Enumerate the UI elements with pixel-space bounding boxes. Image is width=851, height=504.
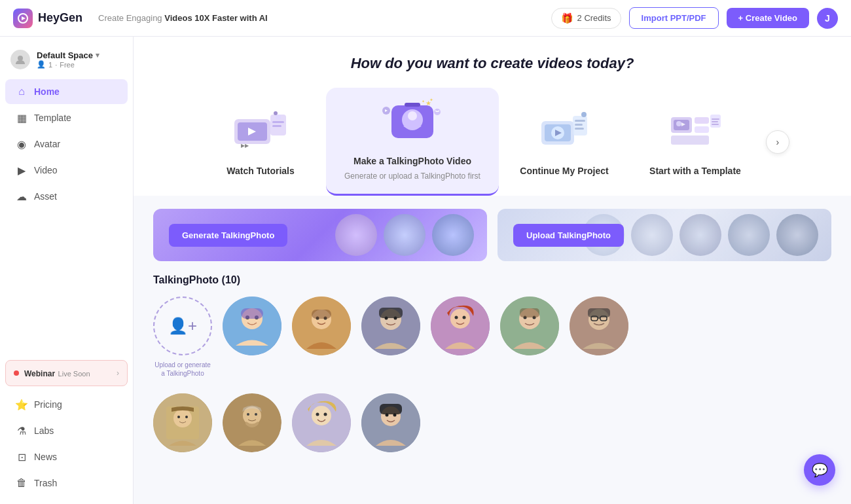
webinar-banner[interactable]: Webinar Live Soon › xyxy=(5,360,128,386)
nav-right: 🎁 2 Credits Import PPT/PDF + Create Vide… xyxy=(551,7,838,29)
sidebar-item-asset[interactable]: ☁ Asset xyxy=(5,184,128,209)
talking-photo-6[interactable] xyxy=(570,297,628,378)
photo-circle-4 xyxy=(431,297,490,355)
top-navigation: HeyGen Create Engaging Videos 10X Faster… xyxy=(0,0,851,37)
svg-rect-33 xyxy=(695,126,709,133)
webinar-info: Webinar Live Soon xyxy=(24,367,90,379)
start-template-illustration xyxy=(662,108,728,160)
svg-point-84 xyxy=(324,413,327,416)
gift-icon: 🎁 xyxy=(561,12,573,24)
news-icon: ⊡ xyxy=(16,451,27,463)
svg-point-30 xyxy=(581,112,587,117)
sidebar-item-avatar[interactable]: ◉ Avatar xyxy=(5,132,128,156)
user-avatar[interactable]: J xyxy=(817,8,838,29)
talking-photo-section-title: TalkingPhoto (10) xyxy=(134,274,851,297)
tp-generate-card[interactable]: Generate TalkingPhoto xyxy=(153,209,487,261)
upload-placeholder[interactable]: 👤+ Upload or generate a TalkingPhoto xyxy=(153,297,212,378)
photo-circle-9 xyxy=(292,393,351,452)
photo-circle-6 xyxy=(570,297,628,355)
pricing-icon: ⭐ xyxy=(16,399,27,410)
svg-point-75 xyxy=(177,416,180,418)
carousel-next-button[interactable]: › xyxy=(766,130,789,154)
talking-photo-3[interactable] xyxy=(361,297,420,378)
svg-point-36 xyxy=(676,121,681,126)
logo[interactable]: HeyGen xyxy=(13,9,82,28)
workspace-avatar xyxy=(10,50,30,69)
svg-point-14 xyxy=(408,111,417,120)
svg-rect-41 xyxy=(712,124,719,125)
workspace-name: Default Space ▾ xyxy=(37,50,122,60)
bg-figure-1 xyxy=(335,214,377,256)
workspace-meta: 👤 1 · Free xyxy=(37,60,122,69)
svg-rect-34 xyxy=(671,135,709,145)
svg-text:✦: ✦ xyxy=(422,99,425,103)
generate-talking-photo-button[interactable]: Generate TalkingPhoto xyxy=(169,224,287,247)
talking-photo-8[interactable] xyxy=(223,393,281,452)
credits-badge[interactable]: 🎁 2 Credits xyxy=(551,8,621,29)
talking-photo-1[interactable] xyxy=(223,297,281,378)
photo-circle-8 xyxy=(223,393,281,452)
svg-point-10 xyxy=(274,111,278,115)
svg-rect-9 xyxy=(272,125,281,127)
talking-photo-subtitle: Generate or upload a TalkingPhoto first xyxy=(344,171,480,181)
template-icon: ▦ xyxy=(16,112,27,124)
talking-photo-5[interactable] xyxy=(500,297,559,378)
main-content: How do you want to create videos today? xyxy=(134,37,851,504)
sidebar-item-label: Labs xyxy=(34,425,54,436)
chat-icon: 💬 xyxy=(812,462,828,478)
sidebar-item-labs[interactable]: ⚗ Labs xyxy=(5,418,128,443)
trash-icon: 🗑 xyxy=(16,477,27,489)
chevron-down-icon: ▾ xyxy=(96,51,100,60)
tutorials-illustration: ▶▶ xyxy=(228,108,293,160)
svg-rect-39 xyxy=(712,118,719,120)
workspace-info: Default Space ▾ 👤 1 · Free xyxy=(37,50,122,69)
talking-photo-2[interactable] xyxy=(292,297,351,378)
talking-photo-9[interactable] xyxy=(292,393,351,452)
hero-section: How do you want to create videos today? xyxy=(134,37,851,196)
svg-point-60 xyxy=(463,316,466,319)
sidebar-item-template[interactable]: ▦ Template xyxy=(5,105,128,130)
chat-fab-button[interactable]: 💬 xyxy=(804,454,835,486)
start-template-label: Start with a Template xyxy=(649,166,741,176)
sidebar-item-news[interactable]: ⊡ News xyxy=(5,444,128,469)
svg-marker-1 xyxy=(22,16,26,20)
upload-talking-photo-button[interactable]: Upload TalkingPhoto xyxy=(513,224,624,247)
workspace-selector[interactable]: Default Space ▾ 👤 1 · Free xyxy=(0,45,133,79)
sidebar-item-pricing[interactable]: ⭐ Pricing xyxy=(5,392,128,417)
card-start-template[interactable]: Start with a Template xyxy=(630,98,761,187)
svg-rect-27 xyxy=(575,120,585,122)
upload-bg-4 xyxy=(728,214,770,256)
sidebar-item-video[interactable]: ▶ Video xyxy=(5,158,128,183)
sidebar-item-trash[interactable]: 🗑 Trash xyxy=(5,471,128,495)
card-watch-tutorials[interactable]: ▶▶ Watch Tutorials xyxy=(195,98,326,187)
svg-rect-15 xyxy=(405,103,420,107)
create-video-button[interactable]: + Create Video xyxy=(727,8,809,28)
cards-row: ▶▶ Watch Tutorials xyxy=(134,88,851,196)
svg-rect-46 xyxy=(241,308,263,319)
talking-photo-4[interactable] xyxy=(431,297,490,378)
tp-actions: Generate TalkingPhoto Upload TalkingPhot… xyxy=(134,196,851,274)
upload-label: Upload or generate a TalkingPhoto xyxy=(153,361,212,378)
svg-rect-32 xyxy=(695,117,709,124)
svg-point-59 xyxy=(455,316,458,319)
svg-point-74 xyxy=(173,409,192,427)
card-talking-photo[interactable]: ★ ✦ ✦ Make a TalkingPhoto Video Generate… xyxy=(326,88,499,196)
upload-circle[interactable]: 👤+ xyxy=(153,297,212,355)
talking-photo-7[interactable] xyxy=(153,393,212,452)
tp-upload-card[interactable]: Upload TalkingPhoto xyxy=(498,209,831,261)
my-project-label: Continue My Project xyxy=(520,166,608,176)
webinar-chevron-icon: › xyxy=(117,369,119,378)
logo-icon xyxy=(13,9,33,28)
talking-photo-10[interactable] xyxy=(361,393,420,452)
card-my-project[interactable]: Continue My Project xyxy=(499,98,630,187)
sidebar-item-home[interactable]: ⌂ Home xyxy=(5,79,128,104)
avatar-icon: ◉ xyxy=(16,138,27,150)
talking-photo-label: Make a TalkingPhoto Video xyxy=(353,156,471,166)
talking-photo-illustration: ★ ✦ ✦ xyxy=(380,98,445,151)
photo-circle-5 xyxy=(500,297,559,355)
svg-point-2 xyxy=(18,56,23,61)
import-ppt-button[interactable]: Import PPT/PDF xyxy=(629,7,719,29)
main-layout: Default Space ▾ 👤 1 · Free ⌂ Home ▦ Temp… xyxy=(0,37,851,504)
svg-rect-65 xyxy=(520,308,539,317)
svg-point-82 xyxy=(312,406,331,425)
